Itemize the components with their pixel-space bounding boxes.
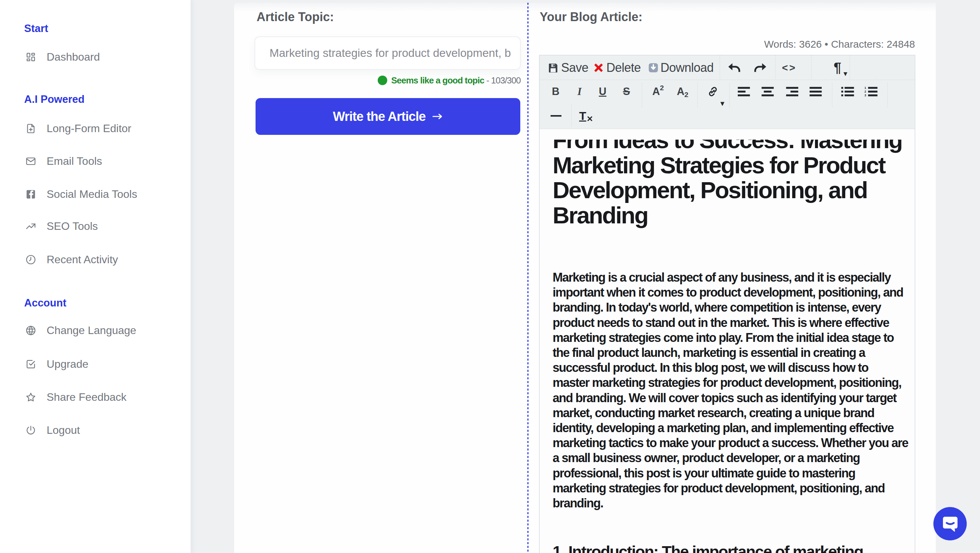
svg-text:1: 1 xyxy=(865,86,866,89)
svg-text:2: 2 xyxy=(865,90,866,93)
svg-text:3: 3 xyxy=(865,94,866,97)
